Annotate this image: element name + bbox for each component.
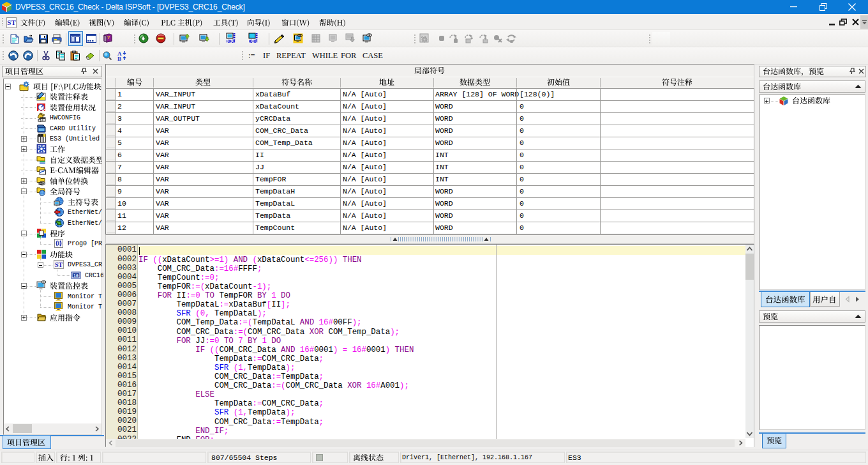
svg-text:ST: ST	[55, 261, 63, 268]
svg-text:B: B	[117, 56, 121, 61]
svg-text:10: 10	[73, 273, 79, 278]
svg-text:?: ?	[107, 34, 110, 40]
